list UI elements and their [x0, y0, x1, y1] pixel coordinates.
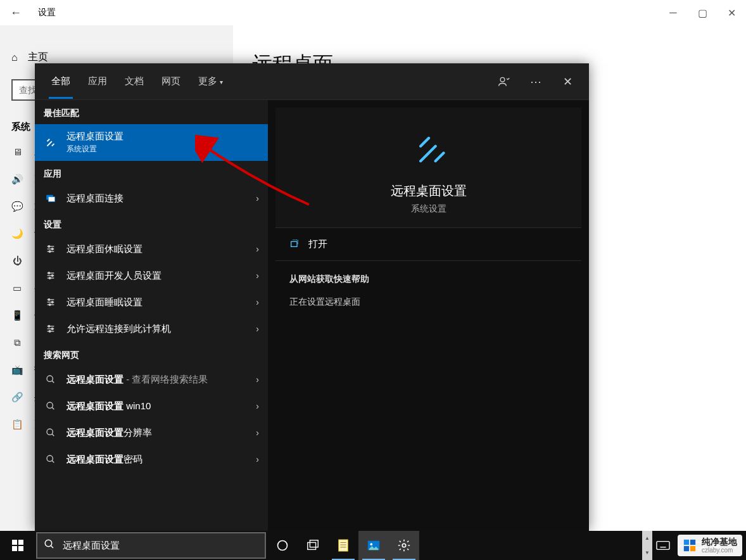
svg-line-34 [52, 461, 54, 462]
app-icon [44, 191, 58, 205]
result-settings-item[interactable]: 允许远程连接到此计算机› [35, 315, 268, 342]
preview-title: 远程桌面设置 [391, 182, 467, 200]
svg-rect-45 [339, 540, 348, 551]
svg-rect-59 [684, 540, 689, 545]
preview-help-link[interactable]: 正在设置远程桌面 [275, 290, 581, 314]
search-preview: 远程桌面设置 系统设置 打开 从网站获取快速帮助 正在设置远程桌面 [268, 100, 589, 531]
svg-line-28 [52, 381, 54, 383]
result-title: 远程桌面设置 [66, 130, 259, 143]
search-tab[interactable]: 应用 [79, 64, 116, 99]
nav-icon: 🔊 [11, 174, 23, 185]
svg-point-20 [49, 304, 51, 306]
search-icon [44, 452, 58, 466]
search-icon [44, 372, 58, 386]
group-best-match: 最佳匹配 [35, 100, 268, 124]
taskbar-search-input[interactable] [63, 540, 258, 551]
result-web-item[interactable]: 远程桌面设置分辨率› [35, 419, 268, 446]
svg-point-6 [48, 246, 50, 248]
svg-point-7 [51, 248, 53, 250]
preview-help-section: 从网站获取快速帮助 [275, 261, 581, 290]
svg-point-12 [48, 272, 50, 274]
result-settings-item[interactable]: 远程桌面开发人员设置› [35, 262, 268, 289]
svg-rect-2 [48, 197, 55, 202]
close-search-button[interactable]: ✕ [553, 68, 581, 96]
taskbar-app-notepad[interactable] [328, 531, 358, 560]
maximize-button[interactable]: ▢ [688, 0, 717, 25]
preview-subtitle: 系统设置 [411, 203, 446, 215]
svg-point-25 [51, 328, 53, 330]
preview-open-button[interactable]: 打开 [275, 228, 581, 261]
svg-point-29 [47, 402, 53, 408]
result-web-item[interactable]: 远程桌面设置 win10› [35, 393, 268, 419]
svg-point-24 [48, 326, 50, 328]
svg-rect-44 [310, 540, 318, 547]
nav-icon: 🌙 [11, 228, 23, 239]
svg-rect-62 [690, 546, 695, 551]
nav-icon: 🖥 [11, 146, 23, 157]
open-label: 打开 [308, 238, 327, 250]
close-button[interactable]: ✕ [717, 0, 746, 25]
minimize-button[interactable]: ─ [659, 0, 688, 25]
chevron-right-icon: › [256, 374, 259, 385]
home-icon: ⌂ [11, 52, 18, 63]
chevron-right-icon: › [256, 401, 259, 411]
search-tab[interactable]: 更多▾ [189, 64, 232, 99]
search-icon [44, 538, 55, 552]
taskbar-app-settings[interactable] [389, 531, 419, 560]
svg-point-51 [402, 544, 406, 547]
svg-point-8 [49, 251, 51, 253]
search-icon [44, 426, 58, 440]
window-title: 设置 [38, 7, 56, 18]
nav-icon: ⏻ [11, 255, 23, 266]
taskbar-scroll[interactable]: ▲ ▼ [642, 531, 652, 560]
svg-rect-52 [657, 542, 669, 550]
watermark-name: 纯净基地 [702, 537, 737, 547]
svg-rect-38 [12, 546, 17, 551]
svg-rect-35 [291, 241, 297, 246]
result-app-item[interactable]: 远程桌面连接› [35, 185, 268, 212]
nav-icon: 📋 [11, 419, 23, 430]
nav-icon: ⧉ [11, 337, 23, 348]
svg-point-31 [47, 429, 53, 435]
svg-point-50 [370, 543, 373, 545]
scroll-down-icon[interactable]: ▼ [642, 545, 652, 560]
sliders-icon [44, 242, 58, 256]
taskbar-search[interactable] [36, 532, 266, 559]
result-settings-item[interactable]: 远程桌面睡眠设置› [35, 289, 268, 315]
task-view-button[interactable] [298, 531, 328, 560]
more-icon[interactable]: ⋯ [522, 68, 550, 96]
tray-keyboard-icon[interactable] [652, 531, 674, 560]
search-tab[interactable]: 文档 [116, 64, 153, 99]
chevron-right-icon: › [256, 297, 259, 307]
start-button[interactable] [0, 531, 35, 560]
result-settings-item[interactable]: 远程桌面休眠设置› [35, 236, 268, 262]
result-web-item[interactable]: 远程桌面设置密码› [35, 446, 268, 473]
home-label: 主页 [28, 51, 48, 64]
svg-line-32 [52, 434, 54, 436]
chevron-right-icon: › [256, 244, 259, 254]
window-controls: ─ ▢ ✕ [659, 0, 746, 25]
watermark-logo-icon [683, 538, 697, 552]
result-best-match[interactable]: 远程桌面设置 系统设置 [35, 124, 268, 161]
taskbar: ▲ ▼ ︿ 中 [0, 531, 746, 560]
taskbar-app-photos[interactable] [358, 531, 389, 560]
svg-rect-37 [18, 540, 23, 545]
remote-desktop-icon [44, 136, 58, 150]
chevron-right-icon: › [256, 454, 259, 464]
watermark-url: czlaby.com [702, 547, 737, 554]
search-tab[interactable]: 网页 [153, 64, 189, 99]
group-apps: 应用 [35, 161, 268, 185]
search-tabs: 全部应用文档网页更多▾ ⋯ ✕ [35, 63, 589, 100]
feedback-icon[interactable] [490, 68, 518, 96]
chevron-right-icon: › [256, 428, 259, 438]
svg-rect-43 [308, 542, 316, 549]
chevron-right-icon: › [256, 193, 259, 203]
svg-point-40 [45, 540, 52, 547]
back-button[interactable]: ← [0, 6, 32, 20]
scroll-up-icon[interactable]: ▲ [642, 531, 652, 545]
cortana-button[interactable] [267, 531, 298, 560]
settings-titlebar: ← 设置 ─ ▢ ✕ [0, 0, 746, 25]
watermark: 纯净基地 czlaby.com [678, 535, 742, 556]
result-web-item[interactable]: 远程桌面设置 - 查看网络搜索结果› [35, 366, 268, 393]
search-tab[interactable]: 全部 [42, 64, 79, 99]
